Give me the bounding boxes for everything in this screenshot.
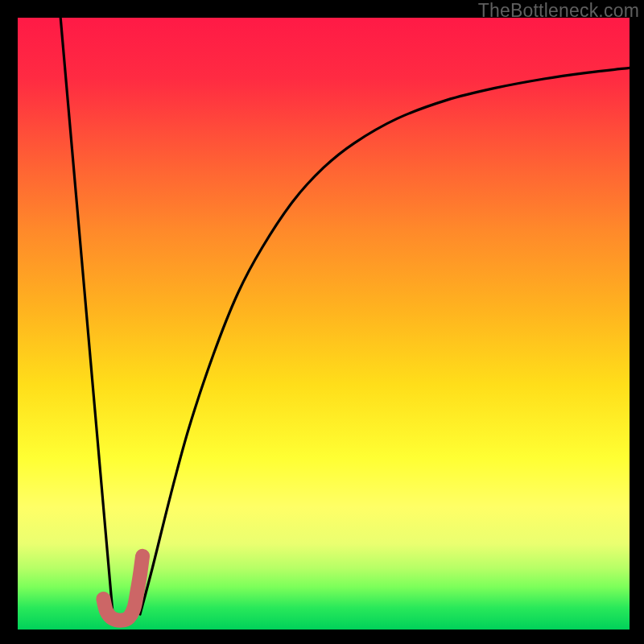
watermark-text: TheBottleneck.com bbox=[478, 0, 639, 22]
plot-svg bbox=[18, 18, 630, 630]
gradient-background bbox=[18, 18, 630, 630]
chart-frame: TheBottleneck.com bbox=[0, 0, 644, 644]
plot-area bbox=[18, 18, 630, 630]
